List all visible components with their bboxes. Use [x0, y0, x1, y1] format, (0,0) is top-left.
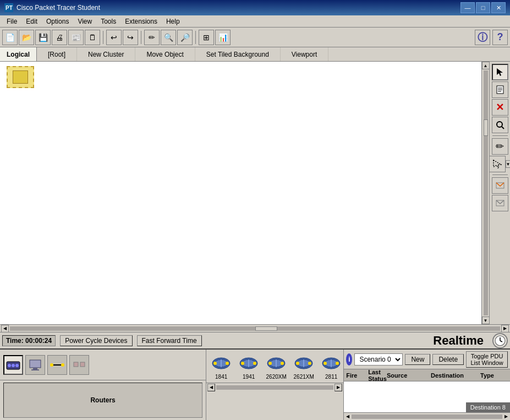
pdu-simple-button[interactable]: [492, 177, 508, 194]
zoom-in-button[interactable]: 🔍: [161, 30, 176, 45]
svg-point-40: [281, 362, 284, 365]
svg-text:PT: PT: [6, 5, 13, 11]
canvas-with-scroll: ▲ ▼ ✕: [0, 62, 510, 332]
misc-category[interactable]: [69, 355, 89, 375]
menu-item-file[interactable]: File: [2, 17, 21, 26]
logical-tab[interactable]: Logical: [0, 47, 37, 61]
pdu-toggle-button[interactable]: Toggle PDU List Window: [466, 351, 508, 368]
new-button[interactable]: 📄: [2, 30, 18, 45]
router-2621xm[interactable]: 2621XM: [291, 352, 316, 381]
scenario-select[interactable]: Scenario 0: [354, 353, 403, 366]
router-1841[interactable]: 1841: [209, 352, 234, 381]
select-tool-button[interactable]: [492, 64, 508, 80]
hscroll-thumb[interactable]: [255, 326, 277, 331]
menubar: FileEditOptionsViewToolsExtensionsHelp: [0, 15, 510, 28]
new-cluster-item[interactable]: New Cluster: [77, 47, 135, 61]
vscroll-up-button[interactable]: ▲: [482, 62, 490, 69]
zoom-out-button[interactable]: 🔎: [177, 30, 193, 45]
canvas-area[interactable]: [0, 62, 481, 324]
router-2620xm-icon: [265, 353, 288, 374]
pdu-scroll-track[interactable]: [352, 414, 502, 419]
router-2811[interactable]: 2811: [319, 352, 343, 381]
menu-item-extensions[interactable]: Extensions: [120, 17, 162, 26]
end-devices-category[interactable]: [25, 355, 45, 375]
draw-dropdown-button[interactable]: ▼: [506, 160, 511, 168]
minimize-button[interactable]: —: [460, 2, 475, 13]
print2-button[interactable]: 📰: [68, 30, 84, 45]
svg-marker-9: [493, 160, 501, 168]
pdu-scroll-right[interactable]: ▶: [502, 413, 510, 421]
power-cycle-button[interactable]: Power Cycle Devices: [60, 335, 132, 346]
close-button[interactable]: ✕: [491, 2, 506, 13]
svg-rect-26: [80, 362, 85, 367]
menu-item-view[interactable]: View: [73, 17, 96, 26]
viewport-item[interactable]: Viewport: [281, 47, 328, 61]
custom-button[interactable]: 📊: [215, 30, 231, 45]
pencil-button[interactable]: ✏: [144, 30, 160, 45]
pdu-complex-button[interactable]: [492, 195, 508, 211]
note-tool-button[interactable]: [492, 81, 508, 98]
delete-tool-button[interactable]: ✕: [492, 99, 508, 116]
redo-button[interactable]: ↪: [123, 30, 138, 45]
draw-submode-button[interactable]: [489, 156, 506, 172]
cluster-box-inner: [13, 70, 28, 84]
realtime-icon[interactable]: [492, 333, 508, 348]
router-2621xm-icon: [292, 353, 315, 374]
root-item[interactable]: [Root]: [37, 47, 77, 61]
pdu-col-fire: Fire: [346, 372, 368, 379]
router-2620xm-label: 2620XM: [266, 374, 287, 380]
open-button[interactable]: 📂: [19, 30, 34, 45]
destination-overlay: Destination 8: [466, 402, 510, 412]
menu-item-tools[interactable]: Tools: [96, 17, 120, 26]
app-icon: PT: [4, 3, 13, 12]
pdu-new-button[interactable]: New: [405, 354, 430, 365]
pdu-info-button[interactable]: i: [346, 353, 352, 366]
device-scroll-track[interactable]: [216, 385, 333, 390]
save-button[interactable]: 💾: [35, 30, 51, 45]
hscroll-left-button[interactable]: ◀: [1, 325, 9, 332]
rt-sep1: [492, 135, 508, 136]
move-object-item[interactable]: Move Object: [135, 47, 195, 61]
print-button[interactable]: 🖨: [52, 30, 67, 45]
rt-sep2: [492, 174, 508, 175]
realtime-label: Realtime: [433, 334, 484, 348]
menu-item-options[interactable]: Options: [42, 17, 73, 26]
network-devices-category[interactable]: [3, 355, 23, 375]
menu-item-help[interactable]: Help: [162, 17, 184, 26]
vscroll-track[interactable]: [484, 70, 488, 315]
grid-button[interactable]: ⊞: [199, 30, 214, 45]
print3-button[interactable]: 🗒: [85, 30, 100, 45]
hscroll-track[interactable]: [10, 326, 500, 331]
svg-point-44: [296, 362, 299, 365]
connections-category[interactable]: [47, 355, 67, 375]
pdu-scroll-left[interactable]: ◀: [344, 413, 352, 421]
pdu-delete-button[interactable]: Delete: [432, 354, 464, 365]
undo-button[interactable]: ↩: [106, 30, 122, 45]
svg-point-35: [253, 362, 256, 365]
maximize-button[interactable]: □: [476, 2, 490, 13]
help-button[interactable]: ⓘ: [475, 30, 490, 45]
device-scroll-right[interactable]: ▶: [334, 384, 342, 391]
svg-point-34: [241, 362, 244, 365]
cluster-icon[interactable]: [4, 66, 36, 95]
inspect-tool-button[interactable]: [492, 117, 508, 133]
router-2620xm[interactable]: 2620XM: [264, 352, 289, 381]
set-tiled-item[interactable]: Set Tiled Background: [195, 47, 281, 61]
vscroll-down-button[interactable]: ▼: [482, 317, 490, 324]
pdu-hscroll: ◀ ▶: [344, 412, 510, 420]
fast-forward-button[interactable]: Fast Forward Time: [137, 335, 202, 346]
question-button[interactable]: ?: [492, 30, 508, 45]
draw-tool-button[interactable]: ✏: [492, 138, 508, 155]
pdu-col-status: Last Status: [368, 369, 387, 382]
hscroll-right-button[interactable]: ▶: [501, 325, 509, 332]
device-scroll-left[interactable]: ◀: [207, 384, 215, 391]
pdu-table-body: Destination 8: [344, 381, 510, 412]
svg-point-39: [268, 362, 272, 365]
svg-marker-2: [497, 68, 503, 76]
router-1941[interactable]: 1941: [236, 352, 261, 381]
pdu-scenario-row: i Scenario 0 New Delete Toggle PDU List …: [344, 350, 510, 369]
svg-point-29: [213, 362, 217, 365]
menu-item-edit[interactable]: Edit: [21, 17, 42, 26]
vscroll-thumb[interactable]: [484, 119, 488, 136]
svg-rect-20: [33, 368, 37, 369]
